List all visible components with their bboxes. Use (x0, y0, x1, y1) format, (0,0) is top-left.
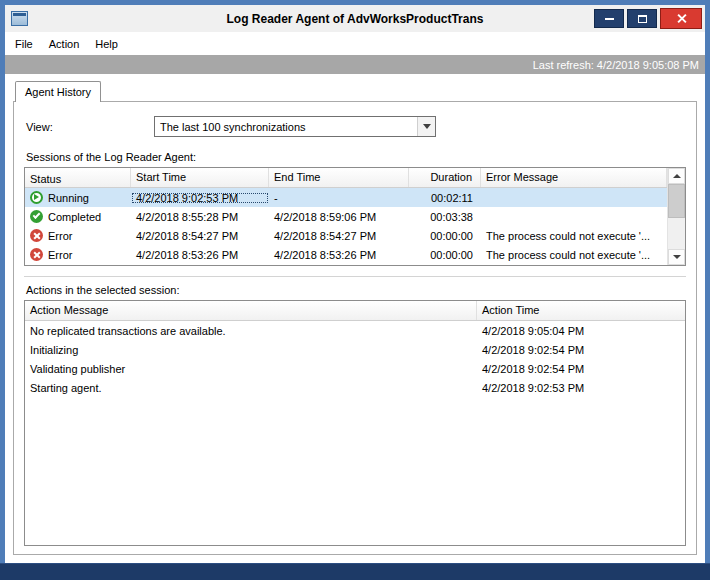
completed-icon (30, 210, 43, 223)
column-header-action-message[interactable]: Action Message (25, 301, 477, 320)
end-time-cell: 4/2/2018 8:53:26 PM (269, 249, 409, 261)
status-text: Running (48, 192, 89, 204)
end-time-cell: 4/2/2018 8:59:06 PM (269, 211, 409, 223)
column-header-error-message[interactable]: Error Message (481, 168, 667, 187)
list-item[interactable]: Starting agent. 4/2/2018 9:02:53 PM (25, 378, 685, 397)
column-header-start-time[interactable]: Start Time (131, 168, 269, 187)
status-cell: Completed (25, 210, 131, 223)
menu-bar: File Action Help (5, 32, 705, 55)
scroll-up-button[interactable] (668, 168, 685, 184)
action-time-cell: 4/2/2018 9:02:53 PM (477, 382, 685, 394)
actions-empty-area (25, 397, 685, 545)
view-row: View: The last 100 synchronizations (26, 116, 686, 137)
view-label: View: (26, 121, 154, 133)
chevron-down-icon (423, 124, 431, 129)
running-icon (30, 191, 43, 204)
error-icon (30, 229, 43, 242)
last-refresh-text: Last refresh: 4/2/2018 9:05:08 PM (533, 59, 699, 71)
action-message-cell: Validating publisher (25, 363, 477, 375)
view-dropdown[interactable]: The last 100 synchronizations (154, 116, 436, 137)
actions-table: Action Message Action Time No replicated… (24, 300, 686, 546)
action-message-cell: Starting agent. (25, 382, 477, 394)
scroll-down-icon (673, 255, 681, 259)
column-header-status[interactable]: Status (25, 168, 131, 187)
close-icon (676, 13, 687, 24)
status-cell: Running (25, 191, 131, 204)
list-item[interactable]: Validating publisher 4/2/2018 9:02:54 PM (25, 359, 685, 378)
table-row[interactable]: Error 4/2/2018 8:53:26 PM 4/2/2018 8:53:… (25, 245, 667, 264)
column-header-action-time[interactable]: Action Time (477, 301, 685, 320)
action-message-cell: Initializing (25, 344, 477, 356)
sessions-grid: Status Start Time End Time Duration Erro… (25, 168, 667, 265)
window-controls (594, 8, 702, 29)
duration-cell: 00:00:00 (409, 230, 481, 242)
close-button[interactable] (660, 8, 702, 29)
minimize-button[interactable] (594, 9, 624, 28)
status-text: Completed (48, 211, 101, 223)
maximize-button[interactable] (627, 9, 657, 28)
error-message-cell: The process could not execute '... (481, 249, 667, 261)
scrollbar-thumb[interactable] (668, 184, 685, 218)
duration-cell: 00:02:11 (409, 192, 481, 204)
action-time-cell: 4/2/2018 9:05:04 PM (477, 325, 685, 337)
end-time-cell: - (269, 192, 409, 204)
actions-table-header: Action Message Action Time (25, 301, 685, 321)
status-cell: Error (25, 248, 131, 261)
view-dropdown-value: The last 100 synchronizations (155, 121, 417, 133)
start-time-cell: 4/2/2018 8:53:26 PM (131, 249, 269, 261)
menu-action[interactable]: Action (41, 34, 88, 54)
table-row[interactable]: Error 4/2/2018 8:54:27 PM 4/2/2018 8:54:… (25, 226, 667, 245)
error-message-cell: The process could not execute '... (481, 230, 667, 242)
app-icon (11, 11, 28, 26)
window-bottom-border (0, 563, 710, 580)
view-dropdown-button[interactable] (417, 117, 435, 136)
action-message-cell: No replicated transactions are available… (25, 325, 477, 337)
actions-label: Actions in the selected session: (26, 284, 686, 296)
error-icon (30, 248, 43, 261)
tab-agent-history[interactable]: Agent History (15, 81, 101, 102)
menu-file[interactable]: File (7, 34, 41, 54)
list-item[interactable]: No replicated transactions are available… (25, 321, 685, 340)
start-time-cell: 4/2/2018 9:02:53 PM (131, 192, 269, 204)
column-header-end-time[interactable]: End Time (269, 168, 409, 187)
section-divider (24, 276, 686, 277)
status-cell: Error (25, 229, 131, 242)
scroll-up-icon (673, 174, 681, 178)
action-time-cell: 4/2/2018 9:02:54 PM (477, 363, 685, 375)
start-time-cell: 4/2/2018 8:54:27 PM (131, 230, 269, 242)
maximize-icon (638, 15, 647, 23)
sessions-table-header: Status Start Time End Time Duration Erro… (25, 168, 667, 188)
status-text: Error (48, 249, 72, 261)
list-item[interactable]: Initializing 4/2/2018 9:02:54 PM (25, 340, 685, 359)
title-bar: Log Reader Agent of AdvWorksProductTrans (5, 5, 705, 32)
menu-help[interactable]: Help (87, 34, 126, 54)
column-header-duration[interactable]: Duration (409, 168, 481, 187)
action-time-cell: 4/2/2018 9:02:54 PM (477, 344, 685, 356)
status-text: Error (48, 230, 72, 242)
table-row[interactable]: Running 4/2/2018 9:02:53 PM - 00:02:11 (25, 188, 667, 207)
tab-strip: Agent History (13, 81, 697, 102)
start-time-cell: 4/2/2018 8:55:28 PM (131, 211, 269, 223)
duration-cell: 00:03:38 (409, 211, 481, 223)
sessions-label: Sessions of the Log Reader Agent: (26, 151, 686, 163)
agent-history-panel: View: The last 100 synchronizations Sess… (13, 101, 697, 555)
status-bar: Last refresh: 4/2/2018 9:05:08 PM (5, 55, 705, 74)
scroll-down-button[interactable] (668, 249, 685, 265)
scrollbar-track[interactable] (668, 184, 685, 249)
minimize-icon (605, 18, 614, 20)
sessions-table: Status Start Time End Time Duration Erro… (24, 167, 686, 266)
client-area: Agent History View: The last 100 synchro… (5, 74, 705, 563)
duration-cell: 00:00:00 (409, 249, 481, 261)
table-row[interactable]: Completed 4/2/2018 8:55:28 PM 4/2/2018 8… (25, 207, 667, 226)
scrollbar[interactable] (667, 168, 685, 265)
window-title: Log Reader Agent of AdvWorksProductTrans (115, 12, 595, 26)
window: Log Reader Agent of AdvWorksProductTrans… (0, 0, 710, 580)
end-time-cell: 4/2/2018 8:54:27 PM (269, 230, 409, 242)
